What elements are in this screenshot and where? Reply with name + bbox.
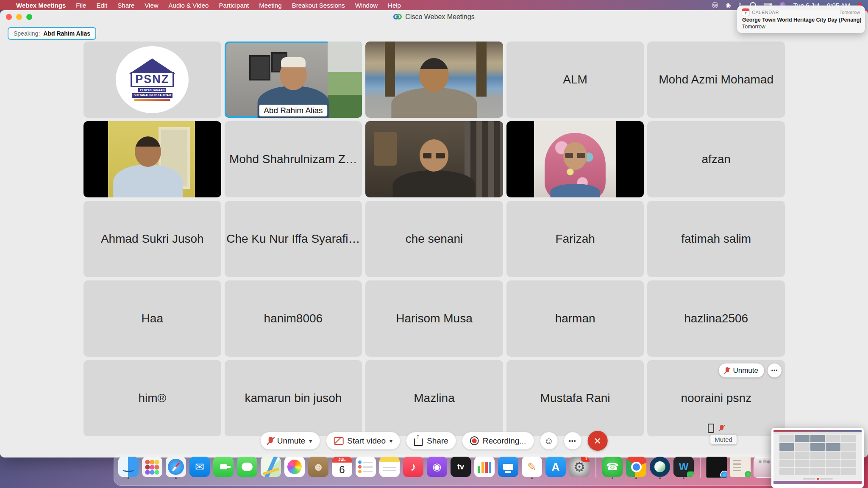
mini-cell <box>826 468 840 475</box>
start-video-button[interactable]: Start video ▾ <box>326 432 400 449</box>
dock-keynote-icon[interactable] <box>498 457 518 477</box>
participant-tile-mohd-azmi-mohamad[interactable]: Mohd Azmi Mohamad <box>647 42 785 118</box>
notification-body: Tomorrow <box>742 24 860 30</box>
dock-chrome-icon[interactable] <box>626 457 646 477</box>
menu-share[interactable]: Share <box>117 2 134 9</box>
participant-tile-hijab[interactable] <box>506 121 644 197</box>
participant-tile-harman[interactable]: harman <box>506 280 644 357</box>
unmute-button[interactable]: Unmute ▾ <box>261 432 320 449</box>
dock-music-icon[interactable] <box>403 457 423 477</box>
play-status-icon[interactable]: ◉ <box>726 2 731 8</box>
participant-video-face <box>563 142 587 170</box>
dock-appstore-icon[interactable] <box>545 457 566 477</box>
dock-settings-icon[interactable]: 1 <box>569 457 590 477</box>
more-options-button[interactable]: ••• <box>564 432 581 449</box>
dock-webexm-icon[interactable] <box>673 457 694 477</box>
reactions-button[interactable]: ☺ <box>540 432 557 449</box>
participant-tile-hanim8006[interactable]: hanim8006 <box>225 280 362 357</box>
participant-tile-ahmad-sukri-jusoh[interactable]: Ahmad Sukri Jusoh <box>83 201 221 277</box>
participant-tile-haa[interactable]: Haa <box>83 280 221 357</box>
recording-button[interactable]: Recording... <box>462 432 534 449</box>
participant-more-button[interactable]: ••• <box>768 363 782 377</box>
menu-breakout-sessions[interactable]: Breakout Sessions <box>292 2 345 9</box>
menu-participant[interactable]: Participant <box>219 2 249 9</box>
screenshot-thumbnail[interactable] <box>771 428 864 488</box>
participant-tile-alm[interactable]: ALM <box>506 42 644 118</box>
dock-webex-icon[interactable] <box>650 457 670 477</box>
dock-notes-icon[interactable] <box>379 457 400 477</box>
menu-file[interactable]: File <box>76 2 86 9</box>
close-window-button[interactable] <box>6 14 12 20</box>
dock-whatsapp-icon[interactable] <box>602 457 623 477</box>
menu-meeting[interactable]: Meeting <box>259 2 281 9</box>
mini-grid <box>773 434 862 477</box>
menu-edit[interactable]: Edit <box>96 2 107 9</box>
participant-tile-fatimah-salim[interactable]: fatimah salim <box>647 201 785 277</box>
participant-tile-him[interactable]: him® <box>83 360 221 436</box>
participant-tile-nooraini-psnz[interactable]: nooraini psnzUnmute•••Muted <box>647 360 785 436</box>
dock-safari-icon[interactable] <box>166 457 186 477</box>
dock-contacts-icon[interactable] <box>308 457 328 477</box>
menu-help[interactable]: Help <box>388 2 401 9</box>
dock-maps-icon[interactable] <box>261 457 281 477</box>
calendar-notification[interactable]: 7 CALENDAR Tomorrow George Town World He… <box>737 6 865 33</box>
minimize-window-button[interactable] <box>16 14 22 20</box>
menu-audio-video[interactable]: Audio & Video <box>169 2 209 9</box>
menu-view[interactable]: View <box>145 2 158 9</box>
chevron-down-icon[interactable]: ▾ <box>309 438 312 444</box>
participant-tile-mohd-shahrulnizam-z[interactable]: Mohd Shahrulnizam Z… <box>225 121 362 197</box>
dock-facetime-icon[interactable] <box>213 457 234 477</box>
dock-min1-icon[interactable] <box>706 457 727 478</box>
mini-cell <box>841 443 856 450</box>
dock-mail-icon[interactable] <box>189 457 210 477</box>
dock-pages-icon[interactable] <box>522 457 542 477</box>
participant-tile-mustafa-rani[interactable]: Mustafa Rani <box>506 360 644 436</box>
dock-item-music <box>403 457 424 479</box>
participant-tile-afzan[interactable]: afzan <box>647 121 785 197</box>
dock-launchpad-icon[interactable] <box>142 457 162 477</box>
psnz-line1: PERPUSTAKAAN <box>138 88 166 92</box>
participant-tile-hazlina2506[interactable]: hazlina2506 <box>647 280 785 357</box>
mini-cell <box>795 452 809 459</box>
dock-podcasts-icon[interactable] <box>427 457 447 477</box>
dock-finder-icon[interactable] <box>118 457 139 477</box>
participant-tile-che-senani[interactable]: che senani <box>365 201 503 277</box>
dock-item-podcasts <box>426 457 448 479</box>
leave-meeting-button[interactable]: × <box>587 431 607 451</box>
notification-badge: 1 <box>581 457 590 462</box>
dock-item-pages <box>521 457 542 479</box>
dock-min2-icon[interactable] <box>730 457 751 477</box>
mini-cell <box>810 468 825 475</box>
participant-tile-che-ku-nur-iffa-syarafi[interactable]: Che Ku Nur Iffa Syarafi… <box>225 201 362 277</box>
dock-numbers-icon[interactable] <box>474 457 495 477</box>
participant-tile-psnz-logo[interactable]: PSNZPERPUSTAKAANSULTANAH NUR ZAHIRAH <box>83 42 221 118</box>
participant-tile-abd-rahim-alias[interactable]: Abd Rahim Alias <box>225 42 362 118</box>
dock-item-notes <box>379 457 400 479</box>
video-background <box>476 42 487 97</box>
participant-tile-farizah[interactable]: Farizah <box>506 201 644 277</box>
dock-messages-icon[interactable] <box>237 457 257 477</box>
mini-cell <box>795 443 809 450</box>
participant-tile-mazlina[interactable]: Mazlina <box>365 360 503 436</box>
menu-app[interactable]: Webex Meetings <box>16 2 66 9</box>
participant-tile-room[interactable] <box>365 121 503 197</box>
webex-status-icon[interactable]: Ⓦ <box>712 2 718 8</box>
dock-calendar-icon[interactable]: JUL6 <box>332 457 352 477</box>
dock-item-webex <box>649 457 670 479</box>
participant-tile-kamarun-bin-jusoh[interactable]: kamarun bin jusoh <box>225 360 362 436</box>
menu-window[interactable]: Window <box>355 2 378 9</box>
chevron-down-icon[interactable]: ▾ <box>389 438 392 444</box>
participant-tile-pool[interactable] <box>365 42 503 118</box>
video-background <box>374 132 397 166</box>
mini-cell <box>826 452 840 459</box>
dock-item-keynote <box>498 457 519 479</box>
dock-item-chrome <box>626 457 647 479</box>
participant-tile-harisom-musa[interactable]: Harisom Musa <box>365 280 503 357</box>
dock-tv-icon[interactable] <box>451 457 471 477</box>
zoom-window-button[interactable] <box>26 14 32 20</box>
dock-photos-icon[interactable] <box>284 457 305 477</box>
share-button[interactable]: Share <box>406 432 456 449</box>
participant-unmute-button[interactable]: Unmute <box>719 363 764 377</box>
participant-tile-yellow[interactable] <box>83 121 221 197</box>
dock-reminders-icon[interactable] <box>356 457 376 477</box>
